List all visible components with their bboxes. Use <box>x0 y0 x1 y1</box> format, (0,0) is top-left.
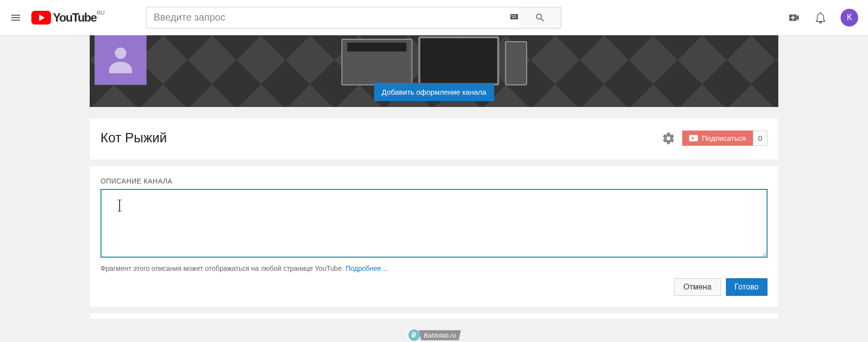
gear-icon <box>662 132 675 145</box>
svg-point-12 <box>115 48 126 59</box>
description-hint: Фрагмент этого описания может отображать… <box>100 264 768 272</box>
channel-header-row: Кот Рыжий Подписаться 0 <box>90 119 778 159</box>
description-label: ОПИСАНИЕ КАНАЛА <box>100 177 768 185</box>
menu-icon <box>10 12 22 24</box>
search-icon <box>535 12 546 23</box>
laptop-icon <box>341 39 412 85</box>
hamburger-menu-button[interactable] <box>10 12 22 24</box>
user-avatar[interactable]: К <box>841 9 858 26</box>
channel-settings-button[interactable] <box>662 132 675 145</box>
channel-name: Кот Рыжий <box>100 131 167 146</box>
logo-text: YouTube <box>53 11 97 25</box>
avatar-initial: К <box>847 12 852 23</box>
device-preview-graphic <box>341 36 527 85</box>
channel-actions: Подписаться 0 <box>662 131 768 146</box>
add-channel-art-button[interactable]: Добавить оформление канала <box>374 83 494 101</box>
hint-text: Фрагмент этого описания может отображать… <box>100 264 346 272</box>
create-video-icon[interactable] <box>788 11 800 24</box>
editor-buttons: Отмена Готово <box>100 278 768 296</box>
search-container <box>146 7 561 28</box>
channel-banner: Добавить оформление канала <box>90 35 778 107</box>
learn-more-link[interactable]: Подробнее… <box>346 264 388 272</box>
subscribe-label: Подписаться <box>702 134 746 142</box>
description-editor-card: ОПИСАНИЕ КАНАЛА Фрагмент этого описания … <box>90 166 778 307</box>
main-content: Добавить оформление канала Кот Рыжий Под… <box>90 35 778 318</box>
next-card-top <box>90 314 778 318</box>
search-button[interactable] <box>520 7 561 28</box>
youtube-logo[interactable]: YouTube RU <box>31 11 104 25</box>
channel-avatar-placeholder <box>95 35 147 85</box>
subscribe-widget: Подписаться 0 <box>682 131 768 146</box>
logo-region: RU <box>97 10 105 16</box>
app-header: YouTube RU К <box>0 0 868 35</box>
phone-icon <box>505 41 527 85</box>
done-button[interactable]: Готово <box>726 278 768 296</box>
channel-description-textarea[interactable] <box>100 189 768 258</box>
cancel-button[interactable]: Отмена <box>674 278 720 296</box>
tv-icon <box>418 36 499 85</box>
search-input[interactable] <box>146 7 528 28</box>
header-actions: К <box>788 9 858 26</box>
subscriber-count: 0 <box>753 131 768 146</box>
person-icon <box>103 42 138 76</box>
youtube-play-icon-small <box>689 135 698 141</box>
youtube-play-icon <box>31 11 51 25</box>
notifications-icon[interactable] <box>814 11 827 24</box>
subscribe-button[interactable]: Подписаться <box>682 131 753 146</box>
